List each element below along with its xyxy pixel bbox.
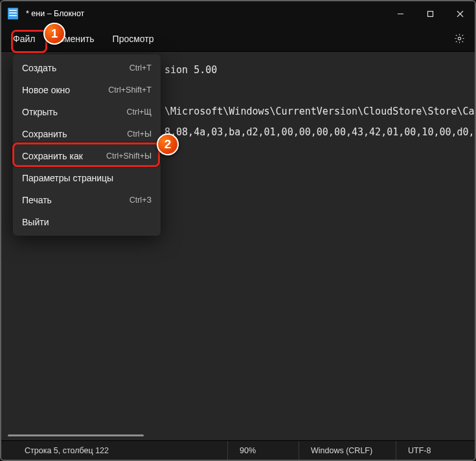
menu-item-exit[interactable]: Выйти [13, 211, 161, 233]
menubar: Файл Изменить Просмотр [1, 26, 475, 52]
svg-point-1 [458, 37, 460, 39]
menu-item-label: Открыть [22, 107, 127, 117]
menu-item-shortcut: Ctrl+Shift+Ы [106, 152, 152, 161]
menu-item-shortcut: Ctrl+T [130, 63, 152, 73]
menu-item-new-window[interactable]: Новое окно Ctrl+Shift+T [13, 79, 161, 101]
menu-item-open[interactable]: Открыть Ctrl+Щ [13, 101, 161, 123]
titlebar[interactable]: * ени – Блокнот [1, 1, 475, 26]
menu-item-save-as[interactable]: Сохранить как Ctrl+Shift+Ы [13, 145, 161, 167]
menu-edit[interactable]: Изменить [44, 30, 103, 48]
window-title: * ени – Блокнот [26, 9, 84, 18]
menu-file[interactable]: Файл [4, 30, 44, 48]
menu-item-shortcut: Ctrl+Щ [127, 107, 152, 117]
menu-item-print[interactable]: Печать Ctrl+З [13, 189, 161, 211]
menu-item-shortcut: Ctrl+Shift+T [108, 85, 152, 95]
notepad-icon [8, 8, 18, 19]
minimize-button[interactable] [385, 1, 415, 26]
horizontal-scrollbar-thumb[interactable] [8, 434, 144, 436]
close-button[interactable] [445, 1, 475, 26]
status-position: Строка 5, столбец 122 [9, 446, 227, 455]
status-encoding[interactable]: UTF-8 [396, 441, 467, 460]
status-eol[interactable]: Windows (CRLF) [299, 441, 396, 460]
menu-item-new[interactable]: Создать Ctrl+T [13, 57, 161, 79]
menu-item-label: Сохранить [22, 129, 127, 139]
menu-item-label: Новое окно [22, 85, 108, 95]
file-menu-dropdown: Создать Ctrl+T Новое окно Ctrl+Shift+T О… [13, 54, 161, 236]
menu-item-save[interactable]: Сохранить Ctrl+Ы [13, 123, 161, 145]
status-zoom[interactable]: 90% [227, 441, 299, 460]
menu-edit-label: Изменить [53, 34, 94, 44]
menu-item-label: Выйти [22, 217, 152, 227]
menu-item-shortcut: Ctrl+Ы [127, 129, 152, 139]
menu-view[interactable]: Просмотр [104, 30, 163, 48]
svg-rect-0 [427, 11, 433, 16]
menu-item-label: Создать [22, 63, 130, 73]
menu-file-label: Файл [13, 34, 35, 44]
menu-item-label: Параметры страницы [22, 173, 152, 183]
menu-item-label: Печать [22, 195, 130, 205]
menu-item-shortcut: Ctrl+З [130, 196, 152, 205]
menu-item-label: Сохранить как [22, 151, 106, 161]
settings-button[interactable] [453, 32, 466, 45]
maximize-button[interactable] [415, 1, 445, 26]
statusbar: Строка 5, столбец 122 90% Windows (CRLF)… [1, 440, 475, 460]
menu-item-page-setup[interactable]: Параметры страницы [13, 167, 161, 189]
menu-view-label: Просмотр [113, 34, 154, 44]
